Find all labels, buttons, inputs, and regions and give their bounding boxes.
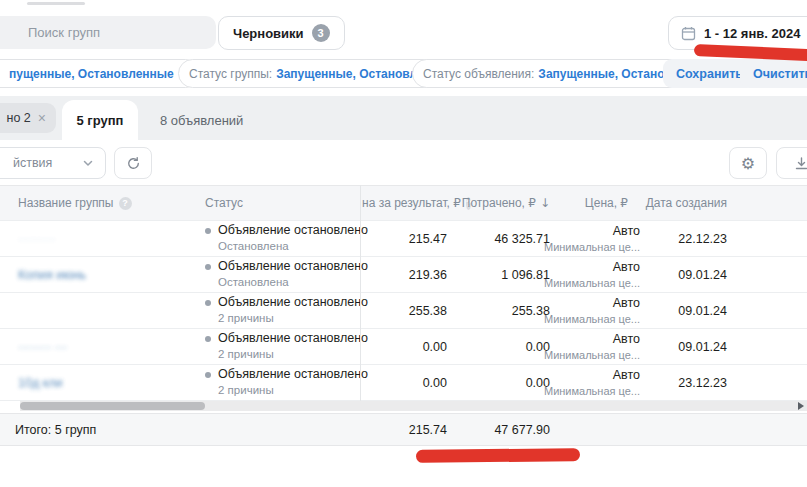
status-subtext: Остановлена — [218, 239, 368, 255]
status-subtext: 2 причины — [218, 311, 368, 327]
table-row[interactable]: Объявление остановлено 2 причины 255.38 … — [0, 293, 807, 329]
selected-items-chip[interactable]: но 2 × — [0, 103, 56, 133]
table-row[interactable]: ········ ··· Объявление остановлено 2 пр… — [0, 329, 807, 365]
scroll-right-arrow-icon[interactable] — [798, 402, 804, 410]
group-name-link[interactable]: 10д кли — [18, 376, 63, 390]
cost-per-result-value: 255.38 — [362, 293, 447, 328]
created-date: 09.01.24 — [650, 329, 727, 364]
price-mode: Авто — [613, 295, 640, 312]
status-text: Объявление остановлено — [218, 330, 368, 347]
decorative-fragment — [27, 2, 85, 5]
tab-ads[interactable]: 8 объявлений — [148, 100, 255, 140]
date-range-label: 1 - 12 янв. 2024 — [704, 26, 800, 41]
price-mode: Авто — [613, 331, 640, 348]
spent-value: 1 096.81 — [462, 257, 550, 292]
header-price: Цена, ₽ — [555, 186, 640, 220]
table-totals-row: Итого: 5 групп 215.74 47 677.90 — [0, 413, 807, 446]
chevron-down-icon — [82, 157, 94, 169]
actions-label: йствия — [13, 156, 52, 170]
filter-chip-value: пущенные, Остановленные — [9, 67, 174, 81]
filter-chip-label: Статус группы: — [189, 67, 272, 81]
download-icon — [794, 156, 807, 171]
ads-manager-screen: Черновики 3 1 - 12 янв. 2024 пущенные, О… — [0, 0, 807, 487]
drafts-count-badge: 3 — [312, 24, 330, 42]
red-annotation-total — [416, 448, 580, 463]
filter-chip-campaign-status[interactable]: пущенные, Остановленные × — [0, 59, 200, 88]
totals-spent: 47 677.90 — [462, 414, 550, 445]
spent-value: 46 325.71 — [462, 221, 550, 256]
cost-per-result-value: 215.47 — [362, 221, 447, 256]
table-row[interactable]: 10д кли Объявление остановлено 2 причины… — [0, 365, 807, 401]
export-button[interactable] — [776, 147, 807, 179]
table-header: Название группы ? Статус на за результат… — [0, 185, 807, 221]
status-subtext: 2 причины — [218, 383, 368, 399]
spent-value: 255.38 — [462, 293, 550, 328]
totals-cost-per-result: 215.74 — [362, 414, 447, 445]
tab-band: но 2 × 5 групп 8 объявлений — [0, 96, 807, 140]
table-row[interactable]: Копия июнь Объявление остановлено Остано… — [0, 257, 807, 293]
settings-button[interactable]: ⚙ — [729, 147, 767, 179]
status-text: Объявление остановлено — [218, 366, 368, 383]
calendar-icon — [681, 26, 696, 41]
created-date: 23.12.23 — [650, 365, 727, 400]
status-text: Объявление остановлено — [218, 258, 368, 275]
created-date: 22.12.23 — [650, 221, 727, 256]
search-input[interactable] — [0, 16, 216, 49]
refresh-button[interactable] — [114, 147, 152, 179]
drafts-button[interactable]: Черновики 3 — [218, 16, 345, 50]
spent-value: 0.00 — [462, 365, 550, 400]
price-subtext: Минимальная це... — [544, 384, 640, 399]
price-subtext: Минимальная це... — [544, 312, 640, 327]
spent-value: 0.00 — [462, 329, 550, 364]
clear-filters-button[interactable]: Очистить — [740, 59, 807, 88]
status-text: Объявление остановлено — [218, 294, 368, 311]
header-cost-per-result[interactable]: на за результат, ₽ ? — [362, 186, 462, 220]
price-subtext: Минимальная це... — [544, 240, 640, 255]
cost-per-result-value: 0.00 — [362, 329, 447, 364]
status-text: Объявление остановлено — [218, 222, 368, 239]
sort-desc-icon: ↓ — [540, 196, 550, 210]
created-date: 09.01.24 — [650, 293, 727, 328]
group-name-link[interactable]: ········ ··· — [18, 340, 67, 354]
header-status: Статус — [205, 186, 355, 220]
group-name-link[interactable]: Копия июнь — [18, 268, 86, 282]
price-mode: Авто — [613, 259, 640, 276]
header-spent-sortable[interactable]: Потрачено, ₽ ↓ — [462, 186, 550, 220]
status-dot — [205, 264, 211, 270]
horizontal-scrollbar[interactable] — [20, 401, 807, 411]
cost-per-result-value: 219.36 — [362, 257, 447, 292]
status-dot — [205, 336, 211, 342]
group-name-link[interactable]: ········· — [18, 232, 55, 246]
frozen-column-divider — [360, 185, 361, 401]
selected-items-label: но 2 — [7, 111, 31, 125]
help-icon[interactable]: ? — [119, 197, 132, 210]
close-icon[interactable]: × — [38, 110, 46, 126]
header-created: Дата создания — [650, 186, 727, 220]
actions-dropdown[interactable]: йствия — [0, 147, 106, 179]
drafts-label: Черновики — [233, 26, 304, 41]
status-dot — [205, 372, 211, 378]
status-subtext: Остановлена — [218, 275, 368, 291]
gear-icon: ⚙ — [741, 154, 755, 173]
price-subtext: Минимальная це... — [544, 276, 640, 291]
header-group-name: Название группы ? — [18, 186, 198, 220]
price-mode: Авто — [613, 223, 640, 240]
cost-per-result-value: 0.00 — [362, 365, 447, 400]
table-row[interactable]: ········· Объявление остановлено Останов… — [0, 221, 807, 257]
created-date: 09.01.24 — [650, 257, 727, 292]
tab-groups[interactable]: 5 групп — [62, 100, 138, 140]
status-dot — [205, 300, 211, 306]
filter-chip-label: Статус объявления: — [423, 67, 534, 81]
status-subtext: 2 причины — [218, 347, 368, 363]
price-subtext: Минимальная це... — [544, 348, 640, 363]
price-mode: Авто — [613, 367, 640, 384]
totals-label: Итого: 5 групп — [15, 414, 195, 445]
scrollbar-thumb[interactable] — [20, 402, 205, 410]
date-range-picker[interactable]: 1 - 12 янв. 2024 — [668, 16, 807, 50]
status-dot — [205, 228, 211, 234]
refresh-icon — [126, 156, 141, 171]
